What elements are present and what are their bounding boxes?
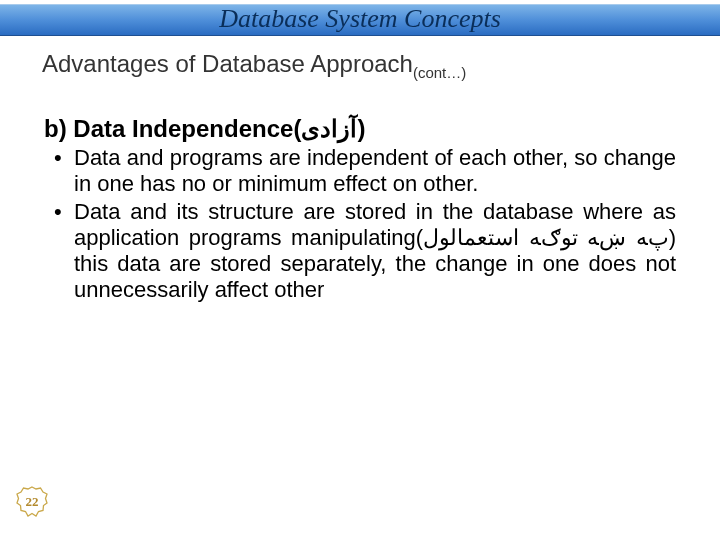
- section-heading: b) Data Independence(آزادی): [44, 115, 676, 143]
- bullet-text-paren: (پﻪ ښﻪ ﺗﻮګﻪ ﺍﺳﺘﻌﻤﺎﻟﻮﻝ): [416, 225, 676, 250]
- bullet-text-post: this data are stored separately, the cha…: [74, 251, 676, 302]
- slide-title-bar: Database System Concepts: [0, 4, 720, 36]
- list-item: Data and its structure are stored in the…: [44, 199, 676, 303]
- list-item: Data and programs are independent of eac…: [44, 145, 676, 197]
- page-number: 22: [26, 494, 39, 510]
- subtitle-main: Advantages of Database Approach: [42, 50, 413, 77]
- bullet-text: Data and programs are independent of eac…: [74, 145, 676, 196]
- section-heading-paren: (آزادی): [293, 115, 365, 142]
- section-heading-main: Data Independence: [73, 115, 293, 142]
- subtitle-cont: (cont…): [413, 64, 466, 81]
- slide-subtitle: Advantages of Database Approach(cont…): [42, 50, 720, 81]
- page-number-badge: 22: [16, 486, 48, 518]
- content-area: b) Data Independence(آزادی) Data and pro…: [44, 115, 676, 303]
- section-prefix: b): [44, 115, 67, 142]
- slide-title: Database System Concepts: [219, 4, 501, 33]
- bullet-list: Data and programs are independent of eac…: [44, 145, 676, 303]
